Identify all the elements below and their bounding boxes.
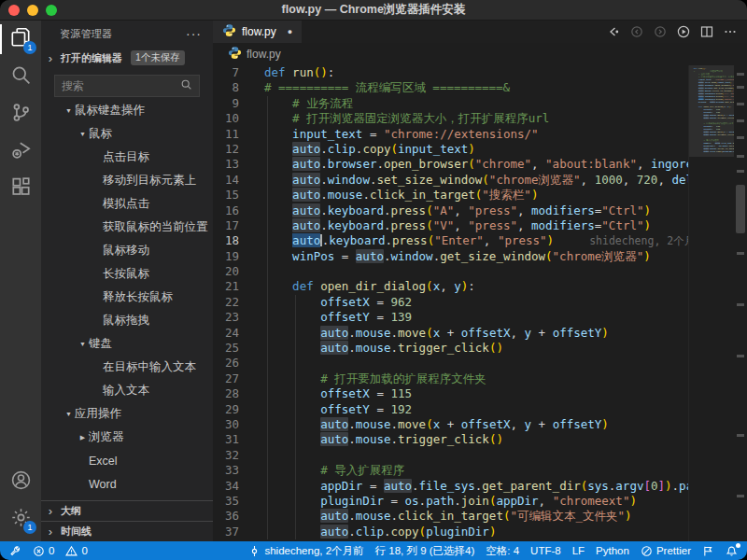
sidebar-section-大纲[interactable]: ›大纲: [41, 500, 213, 521]
go-back-button[interactable]: [606, 24, 621, 39]
minimap[interactable]: def run():# ========== 流程编写区域 ==========…: [688, 65, 734, 541]
chevron-right-icon: ›: [45, 51, 56, 65]
run-python-file-button[interactable]: [676, 24, 691, 39]
status-cursor-position[interactable]: 行 18, 列 9 (已选择4): [375, 544, 475, 558]
code-line-16: 16 auto.keyboard.press("A", "press", mod…: [213, 203, 747, 218]
tree-item-鼠标键盘操作[interactable]: ▼鼠标键盘操作: [41, 99, 213, 122]
status-text: 0: [81, 545, 87, 556]
tree-item-点击目标[interactable]: 点击目标: [41, 146, 213, 169]
tree-item-释放长按鼠标[interactable]: 释放长按鼠标: [41, 286, 213, 309]
code-line-22: 22 offsetX = 962: [213, 295, 747, 310]
code-editor[interactable]: 7def run():8# ========== 流程编写区域 ========…: [213, 65, 747, 541]
tree-item-移动到目标元素上[interactable]: 移动到目标元素上: [41, 169, 213, 192]
tree-item-label: 浏览器: [89, 429, 124, 445]
tree-item-在目标中输入文本[interactable]: 在目标中输入文本: [41, 356, 213, 379]
chevron-down-icon[interactable]: ▼: [63, 411, 75, 417]
status-eol[interactable]: LF: [572, 545, 585, 556]
open-editors-section[interactable]: › 打开的编辑器 1个未保存: [41, 47, 213, 69]
activity-bar: 1 1: [0, 21, 41, 541]
line-number: 16: [213, 203, 250, 218]
breadcrumb[interactable]: flow.py: [213, 43, 747, 65]
tree-item-label: 输入文本: [103, 383, 149, 399]
commit-icon: [248, 545, 261, 557]
status-git-blame[interactable]: shidecheng, 2个月前: [248, 544, 363, 558]
tree-item-鼠标[interactable]: ▼鼠标: [41, 122, 213, 146]
status-extension-status[interactable]: [9, 545, 21, 557]
status-feedback[interactable]: [702, 545, 714, 557]
ruler-mark: [737, 103, 744, 105]
tree-item-Excel[interactable]: Excel: [41, 449, 213, 472]
code-line-14: 14 auto.window.set_size_window("chrome浏览…: [213, 173, 747, 188]
code-line-10: 10 # 打开浏览器固定浏览器大小，打开扩展程序url: [213, 111, 747, 126]
line-number: 26: [213, 356, 250, 371]
activitybar-explorer[interactable]: 1: [0, 21, 41, 58]
tree-item-长按鼠标[interactable]: 长按鼠标: [41, 262, 213, 286]
close-window-button[interactable]: [8, 5, 20, 16]
wrench-icon: [9, 545, 21, 557]
code-line-19: 19 winPos = auto.window.get_size_window(…: [213, 249, 747, 264]
code-line-9: 9 # 业务流程: [213, 96, 747, 111]
unsaved-dot-icon[interactable]: ●: [288, 27, 292, 36]
code-line-18: 18 auto.keyboard.press("Enter", "press")…: [213, 233, 747, 248]
tree-item-鼠标移动[interactable]: 鼠标移动: [41, 239, 213, 262]
warning-icon: [65, 545, 78, 557]
nav-next-button[interactable]: [653, 24, 668, 39]
line-number: 22: [213, 295, 250, 310]
chevron-down-icon[interactable]: ▼: [77, 131, 89, 137]
sidebar-section-时间线[interactable]: ›时间线: [41, 521, 213, 541]
overview-ruler[interactable]: [734, 65, 747, 541]
status-problems-errors[interactable]: 0: [33, 545, 54, 557]
tree-item-Word[interactable]: Word: [41, 472, 213, 496]
ruler-mark: [737, 119, 744, 122]
activitybar-settings[interactable]: 1: [0, 500, 41, 538]
line-number: 18: [213, 233, 250, 248]
minimap-line-19: winPos = auto.window.get_size_window("ch…: [691, 100, 734, 103]
scrollbar-thumb[interactable]: [736, 185, 745, 233]
code-line-28: 28 offsetX = 115: [213, 386, 747, 401]
tree-item-键盘[interactable]: ▼键盘: [41, 332, 213, 356]
activitybar-extensions[interactable]: [0, 170, 41, 207]
line-number: 8: [213, 80, 250, 95]
code-line-7: 7def run():: [213, 65, 747, 80]
code-line-23: 23 offsetY = 139: [213, 310, 747, 325]
status-problems-warnings[interactable]: 0: [65, 545, 87, 557]
nav-prev-button[interactable]: [629, 24, 644, 39]
tab-flow-py[interactable]: flow.py ●: [213, 21, 302, 43]
slash-icon: [641, 545, 653, 557]
status-encoding[interactable]: UTF-8: [530, 545, 561, 556]
line-number: 17: [213, 218, 250, 233]
minimize-window-button[interactable]: [27, 5, 38, 16]
tree-item-浏览器[interactable]: ▶浏览器: [41, 426, 213, 449]
tree-item-鼠标拖拽[interactable]: 鼠标拖拽: [41, 309, 213, 332]
minimap-line-37: auto.clip.copy(pluginDir): [691, 150, 734, 153]
line-number: 13: [213, 157, 250, 172]
tree-item-输入文本[interactable]: 输入文本: [41, 379, 213, 402]
chevron-right-icon: ›: [45, 525, 56, 539]
line-number: 36: [213, 509, 250, 524]
activitybar-source-control[interactable]: [0, 95, 41, 133]
activitybar-run-debug[interactable]: [0, 133, 41, 170]
tree-item-获取鼠标的当前位置[interactable]: 获取鼠标的当前位置: [41, 216, 213, 239]
zoom-window-button[interactable]: [46, 5, 57, 16]
explorer-more-actions-button[interactable]: ···: [186, 26, 202, 41]
line-number: 15: [213, 188, 250, 203]
chevron-down-icon[interactable]: ▼: [77, 341, 89, 347]
split-editor-button[interactable]: [699, 24, 714, 39]
search-icon: [10, 64, 32, 90]
tree-search-input[interactable]: 搜索: [54, 75, 200, 97]
activitybar-badge: 1: [23, 41, 36, 54]
tree-item-模拟点击[interactable]: 模拟点击: [41, 192, 213, 216]
status-language-mode[interactable]: Python: [596, 545, 629, 556]
chevron-down-icon[interactable]: ▼: [63, 107, 75, 114]
status-indentation[interactable]: 空格: 4: [486, 544, 519, 558]
status-bar: 00 shidecheng, 2个月前行 18, 列 9 (已选择4)空格: 4…: [0, 541, 747, 560]
status-formatter[interactable]: Prettier: [641, 545, 691, 557]
line-number: 20: [213, 264, 250, 279]
more-actions-button[interactable]: [723, 24, 738, 39]
chevron-right-icon[interactable]: ▶: [77, 434, 89, 441]
tree-item-应用操作[interactable]: ▼应用操作: [41, 402, 213, 426]
activitybar-account[interactable]: [0, 463, 41, 500]
section-label: 时间线: [61, 525, 92, 539]
status-notifications[interactable]: [726, 545, 738, 557]
activitybar-search[interactable]: [0, 58, 41, 95]
